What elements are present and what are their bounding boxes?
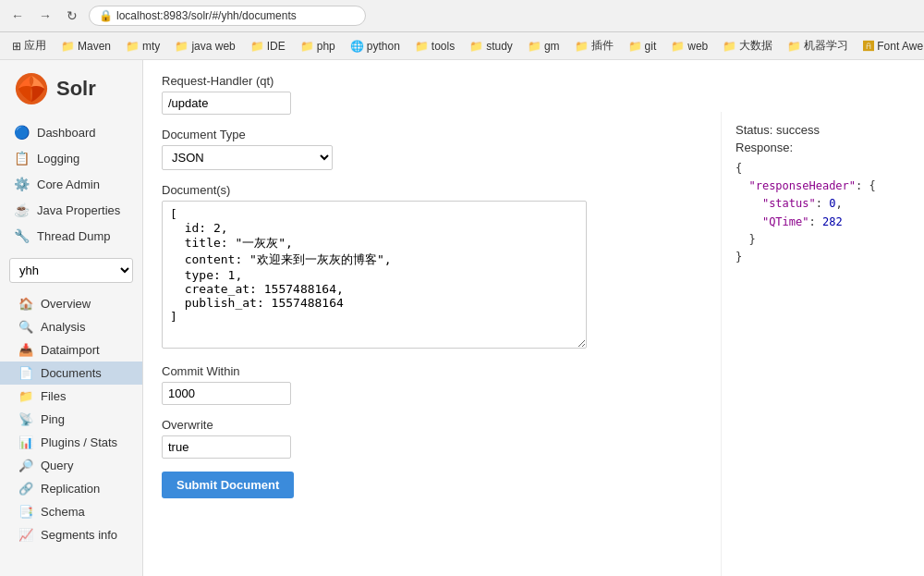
segments-icon: 📈 — [18, 528, 33, 542]
response-code: { "responseHeader": { "status": 0, "QTim… — [736, 160, 910, 266]
bookmark-font[interactable]: 🅰 Font Awe — [858, 38, 924, 55]
analysis-icon: 🔍 — [18, 320, 33, 334]
bookmark-bigdata[interactable]: 📁 大数据 — [718, 36, 777, 55]
sidebar-item-ping[interactable]: 📡 Ping — [0, 408, 142, 431]
sidebar-item-dashboard[interactable]: 🔵 Dashboard — [0, 119, 142, 145]
logging-icon: 📋 — [14, 151, 30, 165]
sidebar-item-analysis[interactable]: 🔍 Analysis — [0, 315, 142, 338]
folder-icon: 📁 — [528, 40, 541, 53]
main-wrapper: Solr 🔵 Dashboard 📋 Logging ⚙️ Core Admin… — [0, 60, 924, 576]
sidebar-item-replication[interactable]: 🔗 Replication — [0, 477, 142, 500]
submit-document-button[interactable]: Submit Document — [162, 472, 294, 498]
bookmark-plugins[interactable]: 📁 插件 — [570, 36, 618, 55]
sidebar-item-label: Files — [41, 389, 66, 403]
folder-icon: 📁 — [300, 40, 314, 53]
back-button[interactable]: ← — [7, 6, 28, 25]
ping-icon: 📡 — [18, 412, 33, 426]
commit-within-label: Commit Within — [162, 364, 716, 378]
folder-icon: 📁 — [175, 40, 188, 53]
bookmark-study[interactable]: 📁 study — [465, 38, 517, 55]
bookmark-php[interactable]: 📁 php — [296, 38, 340, 55]
sidebar-item-schema[interactable]: 📑 Schema — [0, 500, 142, 523]
sidebar-item-label: Thread Dump — [37, 229, 110, 243]
overwrite-group: Overwrite — [162, 418, 716, 459]
documents-panel: Request-Handler (qt) Document Type JSON … — [143, 60, 735, 512]
document-type-select[interactable]: JSON XML CSV SOLR — [162, 145, 333, 170]
sidebar-item-overview[interactable]: 🏠 Overview — [0, 292, 142, 315]
bookmark-tools[interactable]: 📁 tools — [410, 38, 459, 55]
sidebar-item-segments-info[interactable]: 📈 Segments info — [0, 523, 142, 546]
sidebar-item-query[interactable]: 🔎 Query — [0, 454, 142, 477]
sidebar-item-java-properties[interactable]: ☕ Java Properties — [0, 197, 142, 223]
lock-icon: 🔒 — [99, 9, 113, 22]
sidebar-item-label: Java Properties — [37, 203, 120, 217]
sidebar-item-label: Query — [41, 459, 73, 472]
schema-icon: 📑 — [18, 505, 33, 519]
folder-icon: 📁 — [575, 40, 589, 53]
folder-icon: 📁 — [415, 40, 429, 53]
folder-icon: 📁 — [628, 40, 642, 53]
bookmark-gm[interactable]: 📁 gm — [523, 38, 565, 55]
documents-label: Document(s) — [162, 183, 716, 197]
folder-icon: 📁 — [126, 40, 140, 53]
folder-icon: 📁 — [61, 40, 75, 53]
java-icon: ☕ — [14, 202, 30, 217]
sidebar-item-thread-dump[interactable]: 🔧 Thread Dump — [0, 223, 142, 249]
documents-icon: 📄 — [18, 366, 33, 380]
folder-icon: 📁 — [469, 40, 483, 53]
bookmark-python[interactable]: 🌐 python — [346, 38, 405, 55]
dashboard-icon: 🔵 — [14, 125, 30, 140]
sidebar-item-plugins-stats[interactable]: 📊 Plugins / Stats — [0, 431, 142, 454]
core-admin-icon: ⚙️ — [14, 177, 30, 191]
document-type-label: Document Type — [162, 128, 716, 141]
sidebar-item-label: Plugins / Stats — [41, 435, 117, 449]
sidebar-item-logging[interactable]: 📋 Logging — [0, 145, 142, 171]
folder-icon: 📁 — [250, 40, 264, 53]
bookmark-git[interactable]: 📁 git — [624, 38, 662, 55]
bookmark-java-web[interactable]: 📁 java web — [170, 38, 239, 55]
overwrite-label: Overwrite — [162, 418, 716, 432]
sidebar-item-label: Replication — [41, 482, 100, 496]
sidebar-item-files[interactable]: 📁 Files — [0, 385, 142, 408]
response-label: Response: — [736, 141, 910, 154]
sidebar-core-section: 🏠 Overview 🔍 Analysis 📥 Dataimport 📄 Doc… — [0, 290, 142, 548]
sidebar-global-section: 🔵 Dashboard 📋 Logging ⚙️ Core Admin ☕ Ja… — [0, 117, 142, 251]
sidebar-item-label: Overview — [41, 297, 91, 311]
plugins-icon: 📊 — [18, 435, 33, 449]
sidebar-item-documents[interactable]: 📄 Documents — [0, 362, 142, 385]
solr-logo: Solr — [0, 60, 142, 117]
sidebar-item-label: Core Admin — [37, 178, 100, 191]
bookmark-ide[interactable]: 📁 IDE — [246, 38, 290, 55]
bookmark-apps[interactable]: ⊞ 应用 — [7, 36, 51, 55]
sidebar-item-label: Segments info — [41, 528, 117, 542]
overwrite-input[interactable] — [162, 435, 291, 459]
documents-textarea[interactable]: [ id: 2, title: "一灰灰", content: "欢迎来到一灰灰… — [162, 201, 587, 349]
sidebar-item-core-admin[interactable]: ⚙️ Core Admin — [0, 171, 142, 197]
solr-logo-icon — [14, 71, 49, 106]
address-bar[interactable]: 🔒 localhost:8983/solr/#/yhh/documents — [89, 6, 366, 26]
response-status: Status: success — [736, 123, 910, 137]
url-text: localhost:8983/solr/#/yhh/documents — [116, 9, 297, 22]
forward-button[interactable]: → — [35, 6, 55, 25]
bookmark-ml[interactable]: 📁 机器学习 — [783, 36, 853, 55]
commit-within-input[interactable] — [162, 382, 291, 405]
qtime-value: 282 — [822, 215, 843, 228]
request-handler-group: Request-Handler (qt) — [162, 74, 716, 115]
solr-title: Solr — [56, 77, 96, 101]
bookmark-mty[interactable]: 📁 mty — [121, 38, 164, 55]
replication-icon: 🔗 — [18, 482, 33, 496]
thread-icon: 🔧 — [14, 228, 30, 243]
sidebar-item-dataimport[interactable]: 📥 Dataimport — [0, 338, 142, 362]
reload-button[interactable]: ↻ — [63, 6, 81, 25]
request-handler-input[interactable] — [162, 92, 291, 115]
bookmark-maven[interactable]: 📁 Maven — [56, 38, 116, 55]
bookmark-web[interactable]: 📁 web — [666, 38, 712, 55]
status-key: "status" — [762, 197, 816, 210]
sidebar-item-label: Schema — [41, 505, 85, 519]
documents-group: Document(s) [ id: 2, title: "一灰灰", conte… — [162, 183, 716, 351]
sidebar-item-label: Dashboard — [37, 126, 96, 140]
folder-icon: 📁 — [787, 40, 801, 53]
document-type-group: Document Type JSON XML CSV SOLR — [162, 128, 716, 170]
core-selector[interactable]: yhh — [9, 258, 133, 283]
core-select-dropdown[interactable]: yhh — [9, 258, 133, 283]
